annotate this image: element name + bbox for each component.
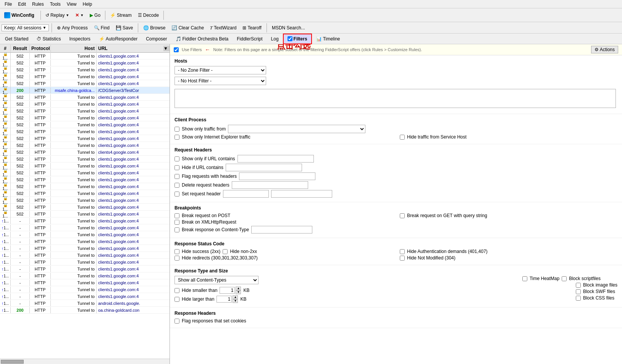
- table-row[interactable]: ↑1... - HTTP Tunnel to clients1.google.c…: [0, 231, 170, 238]
- hide-traffic-service-host-checkbox[interactable]: [400, 135, 405, 140]
- hide-success-checkbox[interactable]: [174, 249, 179, 254]
- block-imagefiles-checkbox[interactable]: [576, 283, 581, 288]
- hide-smaller-checkbox[interactable]: [174, 288, 179, 293]
- hide-larger-input[interactable]: 1: [216, 296, 232, 303]
- block-css-checkbox[interactable]: [576, 296, 581, 301]
- table-row[interactable]: 🔒1... 502 HTTP Tunnel to clients1.google…: [0, 163, 170, 169]
- filters-checkbox[interactable]: [288, 36, 292, 41]
- msdn-search-button[interactable]: MSDN Search...: [270, 24, 307, 31]
- winconfig-button[interactable]: WinConfig: [2, 10, 37, 21]
- table-row[interactable]: 🔒1... 502 HTTP Tunnel to clients1.google…: [0, 190, 170, 197]
- table-row[interactable]: 🔒1... 502 HTTP Tunnel to clients1.google…: [0, 176, 170, 183]
- table-row[interactable]: 🔒1... 502 HTTP Tunnel to clients1.google…: [0, 169, 170, 176]
- table-row[interactable]: ↑1... 200 HTTP Tunnel to oa.china-goldca…: [0, 307, 170, 314]
- table-row[interactable]: 🔒1... 502 HTTP Tunnel to clients1.google…: [0, 66, 170, 73]
- hide-auth-checkbox[interactable]: [400, 249, 405, 254]
- tearoff-button[interactable]: ⊞ Tearoff: [240, 24, 263, 31]
- show-only-url-input[interactable]: [237, 155, 314, 163]
- browse-button[interactable]: 🌐 Browse: [141, 24, 168, 31]
- table-row[interactable]: 🔒1... 502 HTTP Tunnel to clients1.google…: [0, 108, 170, 114]
- tab-fiddler-orchestra[interactable]: 🎵 Fiddler Orchestra Beta: [171, 34, 233, 44]
- hide-smaller-input[interactable]: 1: [220, 287, 235, 294]
- hide-larger-up-btn[interactable]: ▲: [233, 295, 238, 299]
- show-only-ie-checkbox[interactable]: [174, 135, 179, 140]
- table-row[interactable]: 🔒1... 502 HTTP Tunnel to clients1.google…: [0, 101, 170, 108]
- save-button[interactable]: 💾 Save: [113, 24, 135, 31]
- hide-larger-checkbox[interactable]: [174, 297, 179, 302]
- table-row[interactable]: 🔒1... 502 HTTP Tunnel to clients1.google…: [0, 121, 170, 128]
- table-row[interactable]: 🔒1... 502 HTTP Tunnel to clients1.google…: [0, 156, 170, 163]
- break-on-get-checkbox[interactable]: [400, 213, 405, 218]
- table-row[interactable]: ↑1... - HTTP Tunnel to clients1.google.c…: [0, 266, 170, 272]
- table-row[interactable]: ↑1... - HTTP Tunnel to clients1.google.c…: [0, 245, 170, 252]
- block-swf-checkbox[interactable]: [576, 289, 581, 294]
- hosts-textarea[interactable]: [174, 89, 616, 108]
- table-row[interactable]: 🔒1... 502 HTTP Tunnel to clients1.google…: [0, 94, 170, 101]
- break-on-post-checkbox[interactable]: [174, 213, 179, 218]
- table-row[interactable]: 🔒1... 502 HTTP Tunnel to clients1.google…: [0, 73, 170, 80]
- tab-composer[interactable]: Composer: [142, 34, 171, 44]
- table-row[interactable]: ↑1... - HTTP Tunnel to clients1.google.c…: [0, 224, 170, 231]
- hide-not-modified-checkbox[interactable]: [400, 256, 405, 261]
- table-row[interactable]: ↑1... - HTTP Tunnel to clients1.google.c…: [0, 293, 170, 300]
- hide-larger-down-btn[interactable]: ▼: [233, 299, 238, 303]
- any-process-button[interactable]: ⊕ Any Process: [55, 24, 90, 31]
- block-scriptfiles-checkbox[interactable]: [562, 276, 567, 281]
- menu-edit[interactable]: Edit: [15, 1, 29, 8]
- textwizard-button[interactable]: 𝑇 TextWizard: [208, 24, 239, 31]
- find-button[interactable]: 🔍 Find: [92, 24, 112, 31]
- table-row[interactable]: 🔒1... 502 HTTP Tunnel to clients1.google…: [0, 197, 170, 204]
- table-row[interactable]: 🔒1... 502 HTTP Tunnel to clients1.google…: [0, 60, 170, 66]
- scrollbar-thumb[interactable]: [1, 360, 24, 364]
- tab-get-started[interactable]: Get Started: [1, 34, 32, 44]
- hide-smaller-down-btn[interactable]: ▼: [236, 290, 241, 294]
- stream-button[interactable]: ⚡ Stream: [107, 10, 134, 21]
- break-response-input[interactable]: [251, 226, 312, 234]
- table-row[interactable]: 🔒1... 502 HTTP Tunnel to clients1.google…: [0, 114, 170, 121]
- show-only-traffic-select[interactable]: [228, 125, 365, 133]
- host-filter-select[interactable]: - No Host Filter -: [174, 77, 266, 85]
- session-list[interactable]: 🔒1... 502 HTTP Tunnel to clients1.google…: [0, 53, 170, 359]
- set-request-checkbox[interactable]: [174, 192, 179, 196]
- set-request-input2[interactable]: [271, 190, 332, 198]
- content-type-select[interactable]: Show all Content-Types: [174, 276, 258, 284]
- tab-timeline[interactable]: 📊 Timeline: [312, 34, 344, 44]
- delete-request-input[interactable]: [232, 181, 308, 189]
- zone-filter-select[interactable]: - No Zone Filter -: [174, 66, 266, 74]
- time-heatmap-checkbox[interactable]: [522, 276, 527, 281]
- hide-smaller-spinner-btns[interactable]: ▲ ▼: [236, 287, 241, 294]
- hide-larger-spinner-btns[interactable]: ▲ ▼: [233, 295, 238, 303]
- table-row[interactable]: 🔒1... 502 HTTP Tunnel to clients1.google…: [0, 80, 170, 87]
- table-row[interactable]: ↑1... - HTTP Tunnel to clients1.google.c…: [0, 238, 170, 245]
- decode-button[interactable]: ☰ Decode: [135, 10, 162, 21]
- tab-inspectors[interactable]: Inspectors: [65, 34, 94, 44]
- go-button[interactable]: ▶ Go: [87, 10, 103, 21]
- table-row[interactable]: 🔒1... 502 HTTP Tunnel to clients1.google…: [0, 142, 170, 149]
- break-on-xml-checkbox[interactable]: [174, 220, 179, 225]
- menu-view[interactable]: View: [64, 1, 80, 8]
- flag-requests-input[interactable]: [239, 172, 315, 180]
- table-row[interactable]: ↑1... - HTTP Tunnel to clients1.google.c…: [0, 259, 170, 266]
- menu-rules[interactable]: Rules: [29, 1, 47, 8]
- table-row[interactable]: ↑1... - HTTP Tunnel to clients1.google.c…: [0, 252, 170, 259]
- table-row[interactable]: 🔒1... 200 HTTP msafe.china-goldca... /CD…: [0, 87, 170, 94]
- table-row[interactable]: 🔒1... 502 HTTP Tunnel to clients1.google…: [0, 128, 170, 135]
- session-sort-icon[interactable]: ▼: [163, 46, 170, 51]
- menu-file[interactable]: File: [2, 1, 15, 8]
- keep-sessions-button[interactable]: Keep: All sessions ▼: [2, 24, 49, 31]
- menu-help[interactable]: Help: [80, 1, 95, 8]
- replay-button[interactable]: ↺ Replay ▼: [43, 10, 72, 21]
- table-row[interactable]: 🔒1... 502 HTTP Tunnel to clients1.google…: [0, 53, 170, 60]
- hide-url-checkbox[interactable]: [174, 165, 179, 170]
- table-row[interactable]: ↑1... - HTTP Tunnel to clients1.google.c…: [0, 272, 170, 279]
- clear-cache-button[interactable]: 🔄 Clear Cache: [169, 24, 206, 31]
- show-only-traffic-checkbox[interactable]: [174, 127, 179, 132]
- table-row[interactable]: 🔒1... 502 HTTP Tunnel to clients4.google…: [0, 149, 170, 156]
- show-only-url-checkbox[interactable]: [174, 156, 179, 161]
- table-row[interactable]: 🔒1... 502 HTTP Tunnel to clients1.google…: [0, 183, 170, 190]
- table-row[interactable]: ↑1... - HTTP Tunnel to clients1.google.c…: [0, 279, 170, 286]
- tab-log[interactable]: Log: [267, 34, 283, 44]
- use-filters-checkbox[interactable]: [174, 47, 179, 52]
- table-row[interactable]: 🔒1... 502 HTTP Tunnel to clients1.google…: [0, 211, 170, 217]
- table-row[interactable]: ↑1... - HTTP Tunnel to clients1.google.c…: [0, 286, 170, 293]
